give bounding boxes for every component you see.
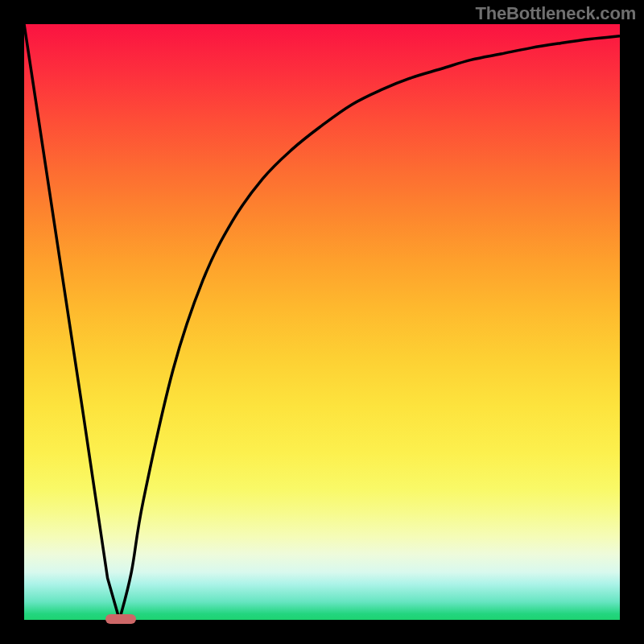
watermark: TheBottleneck.com	[475, 3, 636, 24]
minimum-marker	[105, 614, 136, 624]
chart-area	[24, 24, 620, 620]
curve-plot	[24, 24, 620, 620]
curve-line	[24, 24, 620, 620]
